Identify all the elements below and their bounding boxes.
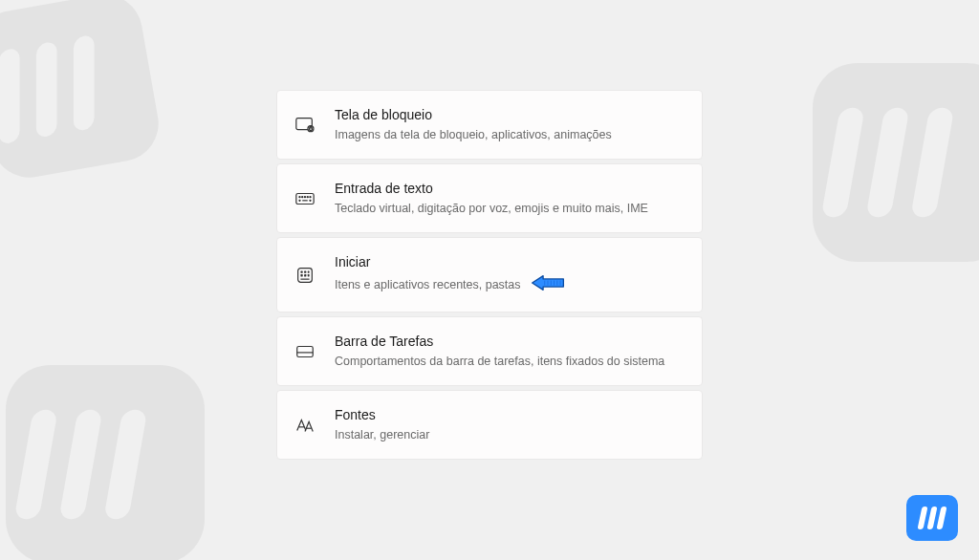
svg-rect-2 <box>36 41 57 139</box>
settings-item-title: Entrada de texto <box>335 180 683 199</box>
svg-rect-3 <box>74 34 95 132</box>
arrow-left-annotation-icon <box>530 274 566 297</box>
settings-item-text: Tela de bloqueio Imagens da tela de bloq… <box>335 106 683 143</box>
brand-badge-icon <box>906 495 958 541</box>
svg-point-19 <box>307 196 308 197</box>
svg-point-20 <box>310 196 311 197</box>
settings-item-title: Iniciar <box>335 253 683 272</box>
svg-point-18 <box>304 196 305 197</box>
watermark-icon <box>788 38 979 287</box>
svg-point-23 <box>310 200 311 201</box>
settings-item-desc: Itens e aplicativos recentes, pastas <box>335 274 683 297</box>
settings-item-fonts[interactable]: Fontes Instalar, gerenciar <box>276 390 703 460</box>
settings-item-title: Barra de Tarefas <box>335 333 683 352</box>
settings-item-desc: Teclado virtual, digitação por voz, emoj… <box>335 201 683 218</box>
settings-item-taskbar[interactable]: Barra de Tarefas Comportamentos da barra… <box>276 316 703 386</box>
svg-rect-27 <box>308 270 310 272</box>
settings-item-text: Entrada de texto Teclado virtual, digita… <box>335 180 683 217</box>
settings-item-start[interactable]: Iniciar Itens e aplicativos recentes, pa… <box>276 237 703 312</box>
svg-rect-30 <box>308 274 310 276</box>
watermark-icon <box>0 0 188 207</box>
fonts-icon <box>294 415 315 436</box>
svg-rect-26 <box>304 270 306 272</box>
svg-point-17 <box>302 196 303 197</box>
settings-item-lock-screen[interactable]: Tela de bloqueio Imagens da tela de bloq… <box>276 90 703 160</box>
settings-item-text-input[interactable]: Entrada de texto Teclado virtual, digita… <box>276 163 703 233</box>
svg-point-16 <box>299 196 300 197</box>
settings-item-title: Tela de bloqueio <box>335 106 683 125</box>
svg-rect-39 <box>297 346 314 356</box>
taskbar-icon <box>294 341 315 362</box>
settings-personalization-list: Tela de bloqueio Imagens da tela de bloq… <box>276 90 703 463</box>
svg-point-21 <box>299 200 300 201</box>
settings-item-text: Fontes Instalar, gerenciar <box>335 406 683 443</box>
watermark-icon <box>0 340 229 560</box>
settings-item-desc: Imagens da tela de bloqueio, aplicativos… <box>335 127 683 144</box>
svg-rect-1 <box>0 48 20 145</box>
settings-item-desc: Instalar, gerenciar <box>335 427 683 444</box>
lock-screen-icon <box>294 115 315 136</box>
start-menu-icon <box>294 265 315 286</box>
settings-item-title: Fontes <box>335 406 683 425</box>
svg-rect-15 <box>296 193 314 204</box>
svg-rect-29 <box>304 274 306 276</box>
svg-rect-28 <box>300 274 302 276</box>
settings-item-desc: Comportamentos da barra de tarefas, iten… <box>335 354 683 371</box>
settings-item-text: Iniciar Itens e aplicativos recentes, pa… <box>335 253 683 296</box>
settings-item-text: Barra de Tarefas Comportamentos da barra… <box>335 333 683 370</box>
keyboard-icon <box>294 188 315 209</box>
settings-item-desc-text: Itens e aplicativos recentes, pastas <box>335 278 521 291</box>
svg-rect-25 <box>300 270 302 272</box>
